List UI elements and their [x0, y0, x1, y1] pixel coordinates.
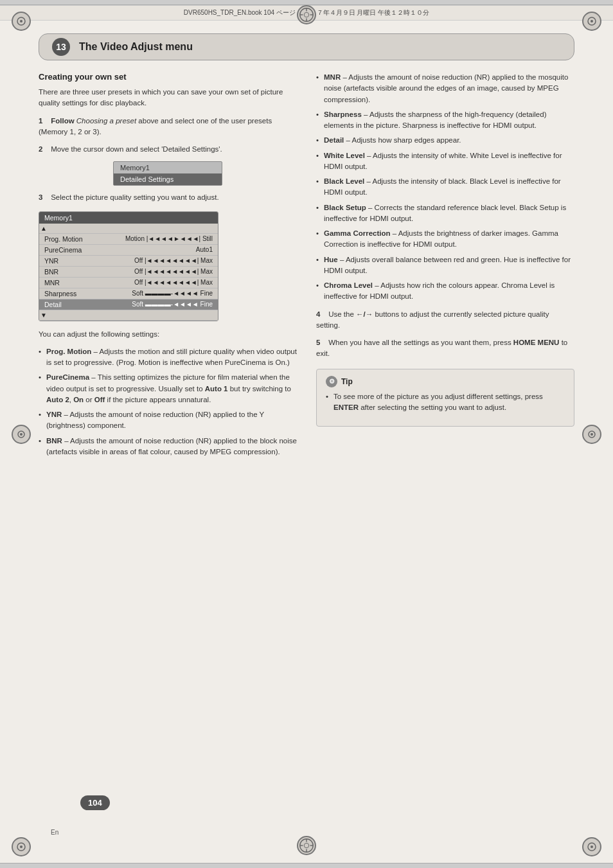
step-4: 4 Use the ←/→ buttons to adjust the curr… [316, 309, 574, 332]
bullet-hue-desc: – Adjusts overall balance between red an… [324, 256, 571, 274]
mnr-val: Off |◄◄◄◄◄◄◄◄| Max [93, 279, 213, 286]
header-bar: DVR650HS_TDR_EN.book 104 ページ ２００７年４月９日 月… [0, 5, 613, 21]
bullet-detail: Detail – Adjusts how sharp edges appear. [316, 135, 574, 146]
intro-text: There are three user presets in which yo… [39, 87, 297, 109]
bullet-ynr: YNR – Adjusts the amount of noise reduct… [39, 409, 297, 432]
right-bullet-list: MNR – Adjusts the amount of noise reduct… [316, 72, 574, 303]
step5-text-before: When you have all the settings as you wa… [328, 339, 511, 346]
step2-text: Move the cursor down and select 'Detaile… [51, 145, 222, 153]
chapter-title: The Video Adjust menu [79, 41, 193, 53]
tip-header: ⚙ Tip [326, 376, 565, 387]
tip-title: Tip [341, 377, 353, 386]
ynr-label: YNR [44, 257, 93, 265]
step-2: 2 Move the cursor down and select 'Detai… [39, 144, 297, 155]
bullet-gamma: Gamma Correction – Adjusts the brightnes… [316, 228, 574, 251]
page-lang: En [51, 829, 58, 836]
sharpness-val: Soft ▬▬▬▬-◄◄◄◄ Fine [93, 290, 213, 297]
bullet-detail-desc: – Adjusts how sharp edges appear. [346, 136, 461, 144]
bullet-white-level: White Level – Adjusts the intensity of w… [316, 150, 574, 173]
chapter-header: 13 The Video Adjust menu [39, 33, 574, 60]
section-title: Creating your own set [39, 72, 297, 82]
bullet-chroma-term: Chroma Level [324, 281, 373, 289]
bnr-label: BNR [44, 268, 93, 276]
bullet-white-level-term: White Level [324, 152, 365, 159]
corner-circle-br [582, 837, 601, 856]
step4-num: 4 [316, 310, 320, 318]
ynr-val: Off |◄◄◄◄◄◄◄◄| Max [93, 257, 213, 264]
bullet-purecinema: PureCinema – This setting optimizes the … [39, 372, 297, 405]
mnr-label: MNR [44, 279, 93, 287]
mid-bottom-deco [297, 836, 316, 856]
step1-num: 1 [39, 117, 42, 125]
tip-bullet-item: To see more of the picture as you adjust… [326, 391, 565, 414]
memory-row-bnr: BNR Off |◄◄◄◄◄◄◄◄| Max [39, 267, 218, 278]
two-column-layout: Creating your own set There are three us… [39, 72, 574, 464]
bullet-detail-term: Detail [324, 136, 344, 144]
bullet-sharpness-term: Sharpness [324, 111, 362, 118]
mid-bottom-circle [297, 836, 316, 855]
corner-icon-bl [16, 842, 26, 852]
bullet-black-setup: Black Setup – Corrects the standard refe… [316, 202, 574, 225]
tip-text: To see more of the picture as you adjust… [333, 393, 543, 411]
small-menu-row-detailed: Detailed Settings [114, 173, 222, 185]
header-text: DVR650HS_TDR_EN.book 104 ページ ２００７年４月９日 月… [184, 9, 429, 16]
page-number-badge: 104 [80, 795, 110, 810]
small-menu: Memory1 Detailed Settings [113, 161, 222, 186]
memory-row-detail: Detail Soft ▬▬▬▬-◄◄◄◄ Fine [39, 299, 218, 310]
memory-row-mnr: MNR Off |◄◄◄◄◄◄◄◄| Max [39, 278, 218, 288]
step-3: 3 Select the picture quality setting you… [39, 192, 297, 203]
prog-motion-val: Motion |◄◄◄◄►◄◄◄| Still [93, 235, 213, 242]
step1-bold: Follow [51, 117, 74, 125]
purecinema-val: Auto1 [93, 246, 213, 253]
bullet-mnr: MNR – Adjusts the amount of noise reduct… [316, 72, 574, 105]
bullet-gamma-term: Gamma Correction [324, 229, 391, 237]
bullet-black-level-term: Black Level [324, 177, 364, 185]
memory-row-purecinema: PureCinema Auto1 [39, 245, 218, 256]
svg-point-13 [304, 843, 308, 847]
purecinema-label: PureCinema [44, 246, 93, 254]
bullet-black-setup-term: Black Setup [324, 204, 366, 211]
corner-br [582, 837, 601, 856]
small-menu-row-memory1: Memory1 [114, 162, 222, 173]
tip-bullet-list: To see more of the picture as you adjust… [326, 391, 565, 414]
detail-label: Detail [44, 301, 93, 308]
detail-val: Soft ▬▬▬▬-◄◄◄◄ Fine [93, 301, 213, 308]
step3-text: Select the picture quality setting you w… [51, 193, 218, 201]
right-column: MNR – Adjusts the amount of noise reduct… [316, 72, 574, 464]
step-1: 1 Follow Choosing a preset above and sel… [39, 116, 297, 138]
step4-text-before: Use the [328, 310, 354, 318]
mid-bottom-icon [298, 837, 315, 855]
corner-circle-bl [12, 837, 31, 856]
svg-point-6 [588, 843, 596, 851]
step3-num: 3 [39, 193, 42, 201]
chapter-number: 13 [52, 38, 70, 56]
step-5: 5 When you have all the settings as you … [316, 337, 574, 360]
prog-motion-label: Prog. Motion [44, 235, 93, 243]
arrow-up: ▲ [39, 224, 218, 234]
bullet-prog-motion-term: Prog. Motion [46, 348, 91, 355]
bullet-bnr: BNR – Adjusts the amount of noise reduct… [39, 436, 297, 458]
bullet-hue: Hue – Adjusts overall balance between re… [316, 254, 574, 277]
bullet-hue-term: Hue [324, 256, 338, 263]
page: DVR650HS_TDR_EN.book 104 ページ ２００７年４月９日 月… [0, 0, 613, 868]
bullet-bnr-desc: – Adjusts the amount of noise reduction … [46, 437, 297, 456]
memory-row-prog-motion: Prog. Motion Motion |◄◄◄◄►◄◄◄| Still [39, 234, 218, 245]
svg-point-12 [300, 839, 313, 852]
sharpness-label: Sharpness [44, 290, 93, 297]
step1-italic: Choosing a preset [76, 117, 139, 125]
left-bullet-list: Prog. Motion – Adjusts the motion and st… [39, 346, 297, 457]
bottom-border-strip [0, 863, 613, 868]
memory-box-inner: ▲ Prog. Motion Motion |◄◄◄◄►◄◄◄| Still P… [39, 224, 218, 321]
memory-row-sharpness: Sharpness Soft ▬▬▬▬-◄◄◄◄ Fine [39, 288, 218, 299]
bullet-mnr-desc: – Adjusts the amount of noise reduction … [324, 73, 568, 103]
you-can-adjust-text: You can adjust the following settings: [39, 329, 297, 340]
memory-box-title: Memory1 [39, 212, 218, 224]
bullet-purecinema-term: PureCinema [46, 373, 89, 381]
bullet-chroma: Chroma Level – Adjusts how rich the colo… [316, 280, 574, 303]
step4-arrows: ←/→ [356, 310, 373, 318]
bullet-ynr-term: YNR [46, 411, 62, 418]
svg-point-7 [591, 846, 593, 848]
page-number-area: 104 En [42, 828, 58, 836]
tip-box: ⚙ Tip To see more of the picture as you … [316, 369, 574, 427]
svg-point-5 [20, 846, 22, 848]
